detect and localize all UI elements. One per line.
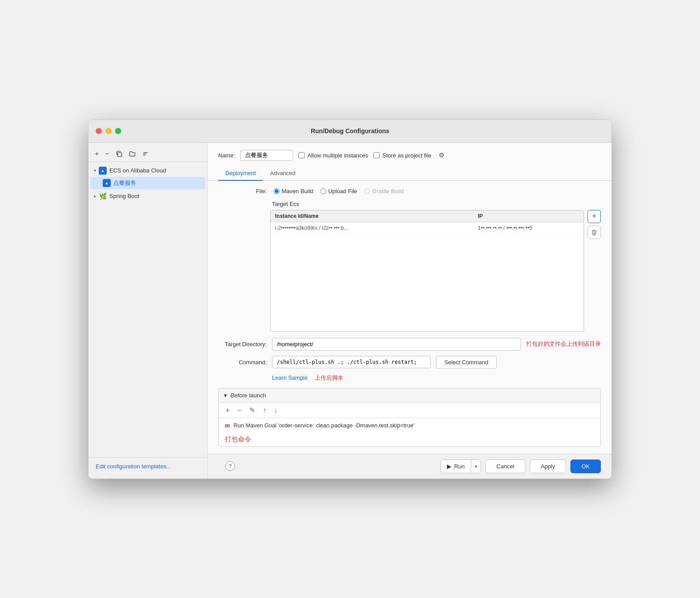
run-button-group[interactable]: ▶ Run ▾ <box>440 460 481 473</box>
maven-icon: m <box>225 422 230 429</box>
target-directory-row: Target Directory: 打包好的文件会上传到该目录 <box>218 338 601 351</box>
ecs-group-icon: ▲ <box>99 167 107 175</box>
ecs-group-label: ECS on Alibaba Cloud <box>109 167 166 174</box>
store-as-project-checkbox[interactable] <box>373 152 380 158</box>
file-row: File: Maven Build Upload File Gradle <box>218 188 601 194</box>
window-title: Run/Debug Configurations <box>311 127 389 135</box>
ok-button[interactable]: OK <box>570 460 601 473</box>
allow-multiple-checkbox[interactable] <box>298 152 305 158</box>
upload-file-option[interactable]: Upload File <box>320 188 357 194</box>
table-actions: + <box>588 210 601 239</box>
target-directory-annotation: 打包好的文件会上传到该目录 <box>526 340 601 348</box>
main-content: + − <box>89 143 611 478</box>
run-dropdown-button[interactable]: ▾ <box>471 461 480 472</box>
config-header: Name: Allow multiple instances Store as … <box>208 143 611 161</box>
name-input[interactable] <box>240 150 293 161</box>
active-item-icon: ▲ <box>103 179 111 187</box>
instance-ip-cell: 1••.•••.••.•• / •••.••.•••.••5 <box>478 225 579 231</box>
spring-group-header[interactable]: ▸ 🌿 Spring Boot <box>90 190 205 202</box>
before-launch-annotation: 打包命令 <box>225 435 251 444</box>
command-input[interactable] <box>272 356 431 368</box>
spring-group: ▸ 🌿 Spring Boot <box>89 189 207 202</box>
bl-remove-button[interactable]: − <box>236 405 243 415</box>
run-button[interactable]: ▶ Run <box>441 460 471 473</box>
col-ip: IP <box>478 213 579 219</box>
file-radio-group: Maven Build Upload File Gradle Build <box>274 188 404 194</box>
before-launch-section: ▾ Before launch + − ✎ ↑ ↓ m Run Maven Go… <box>218 388 601 447</box>
bl-add-button[interactable]: + <box>224 405 231 415</box>
edit-templates-link[interactable]: Edit configuration templates... <box>96 463 171 470</box>
target-ecs-label: Target Ecs <box>272 201 299 207</box>
active-item-label: 点餐服务 <box>113 179 136 187</box>
help-button[interactable]: ? <box>225 461 235 471</box>
col-instance-id: Instance Id/Name <box>275 213 478 219</box>
ecs-instance-table: Instance Id/Name IP i-2••••••••a3ko99rx … <box>270 210 584 332</box>
bl-edit-button[interactable]: ✎ <box>248 405 257 415</box>
sidebar-item-active[interactable]: ▲ 点餐服务 <box>90 177 205 189</box>
store-as-project-label[interactable]: Store as project file <box>373 152 431 159</box>
add-instance-button[interactable]: + <box>588 210 601 223</box>
table-wrapper: Instance Id/Name IP i-2••••••••a3ko99rx … <box>218 210 601 332</box>
target-directory-label: Target Directory: <box>218 341 267 348</box>
apply-button[interactable]: Apply <box>530 460 566 473</box>
remove-config-button[interactable]: − <box>104 149 110 159</box>
maximize-button[interactable] <box>115 128 121 134</box>
command-row: Command: Select Command <box>218 356 601 369</box>
remove-instance-button[interactable] <box>588 226 601 239</box>
before-launch-header[interactable]: ▾ Before launch <box>219 389 600 403</box>
command-label: Command: <box>218 359 267 366</box>
spring-group-label: Spring Boot <box>109 193 139 199</box>
gradle-build-option[interactable]: Gradle Build <box>364 188 404 194</box>
close-button[interactable] <box>96 128 102 134</box>
add-config-button[interactable]: + <box>94 149 100 159</box>
table-header: Instance Id/Name IP <box>271 210 584 222</box>
sort-button[interactable] <box>141 150 150 158</box>
bl-move-up-button[interactable]: ↑ <box>261 405 268 415</box>
target-directory-input[interactable] <box>272 338 521 351</box>
bottom-bar: ? ▶ Run ▾ Cancel Apply OK <box>208 454 611 478</box>
traffic-lights <box>96 128 121 134</box>
table-row[interactable]: i-2••••••••a3ko99rx / i2z•• ••• b... 1••… <box>271 222 584 234</box>
before-launch-toolbar: + − ✎ ↑ ↓ <box>219 403 600 418</box>
annotation-area: 打包命令 <box>219 433 600 446</box>
tab-deployment[interactable]: Deployment <box>218 166 263 181</box>
gradle-build-radio[interactable] <box>364 188 370 194</box>
instance-id-cell: i-2••••••••a3ko99rx / i2z•• ••• b... <box>275 225 478 231</box>
name-label: Name: <box>218 152 235 159</box>
spring-group-chevron: ▸ <box>94 194 96 198</box>
run-icon: ▶ <box>447 463 451 470</box>
sidebar: + − <box>89 143 208 478</box>
before-launch-chevron: ▾ <box>224 392 227 399</box>
tabs-container: Deployment Advanced <box>208 161 611 181</box>
gear-icon[interactable]: ⚙ <box>439 151 444 159</box>
sidebar-footer: Edit configuration templates... <box>89 457 207 475</box>
spring-group-icon: 🌿 <box>99 192 107 200</box>
svg-rect-0 <box>118 153 122 157</box>
upload-file-radio[interactable] <box>320 188 326 194</box>
command-row-extras: Learn Sample 上传后脚本 <box>218 374 601 382</box>
cancel-button[interactable]: Cancel <box>485 460 525 473</box>
title-bar: Run/Debug Configurations <box>89 120 611 143</box>
before-launch-item: m Run Maven Goal 'order-service: clean p… <box>219 418 600 433</box>
ecs-group: ▾ ▲ ECS on Alibaba Cloud ▲ 点餐服务 <box>89 164 207 189</box>
ecs-group-chevron: ▾ <box>94 168 96 173</box>
learn-sample-link[interactable]: Learn Sample <box>272 374 308 381</box>
copy-config-button[interactable] <box>115 150 123 158</box>
sidebar-toolbar: + − <box>89 146 207 162</box>
maven-build-option[interactable]: Maven Build <box>274 188 313 194</box>
ecs-group-header[interactable]: ▾ ▲ ECS on Alibaba Cloud <box>90 164 205 177</box>
right-panel: Name: Allow multiple instances Store as … <box>208 143 611 478</box>
command-annotation: 上传后脚本 <box>315 374 343 382</box>
run-debug-window: Run/Debug Configurations + − <box>88 120 612 479</box>
allow-multiple-label[interactable]: Allow multiple instances <box>298 152 368 159</box>
before-launch-item-text: Run Maven Goal 'order-service: clean pac… <box>234 422 415 429</box>
bl-move-down-button[interactable]: ↓ <box>272 405 279 415</box>
before-launch-label: Before launch <box>231 392 266 399</box>
tab-advanced[interactable]: Advanced <box>263 166 302 181</box>
minimize-button[interactable] <box>105 128 112 134</box>
move-to-folder-button[interactable] <box>128 150 137 158</box>
table-empty-area <box>271 234 584 331</box>
file-label: File: <box>218 188 267 194</box>
maven-build-radio[interactable] <box>274 188 279 194</box>
select-command-button[interactable]: Select Command <box>436 356 497 369</box>
